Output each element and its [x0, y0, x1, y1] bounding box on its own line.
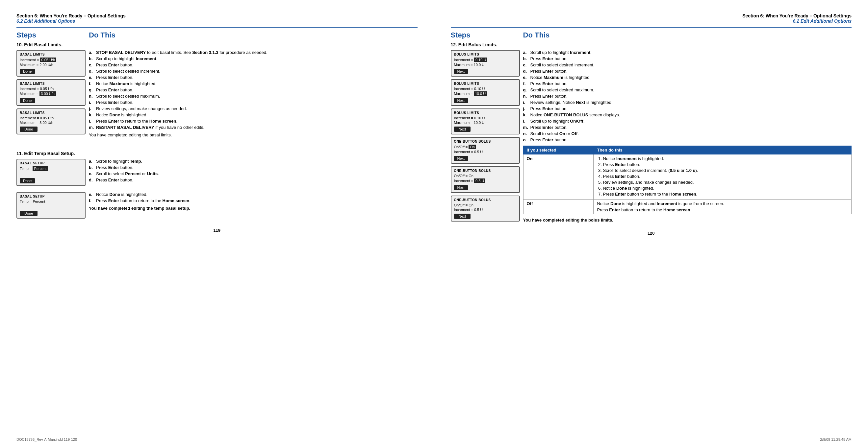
step-11-f: f.Press Enter button to return to the Ho… [89, 198, 417, 203]
step-11-d: d.Press Enter button. [89, 177, 417, 182]
bl-s1-next: Next [454, 69, 468, 74]
table-action-off: Notice Done is highlighted and Increment… [594, 200, 851, 214]
left-columns-header: Steps Do This [17, 31, 417, 39]
right-divider [451, 27, 852, 28]
step-11-list-b: e.Notice Done is highlighted. f.Press En… [89, 192, 417, 203]
step-10-e: e.Press Enter button. [89, 75, 417, 80]
basal-limits-screen-2: BASAL LIMITS Increment = 0.05 U/h Maximu… [17, 79, 86, 106]
bl-s2-title: BOLUS LIMITS [454, 82, 517, 85]
divider-step10-11 [17, 146, 417, 146]
left-page-number: 119 [17, 228, 417, 233]
step-11-e: e.Notice Done is highlighted. [89, 192, 417, 197]
step-12-h: h.Press Enter button. [523, 94, 852, 99]
one-button-bolus-screen-1: ONE-BUTTON BOLUS On/Off = On Increment =… [451, 137, 520, 164]
bolus-limits-screen-3: BOLUS LIMITS Increment = 0.10 U Maximum … [451, 108, 520, 134]
step-10-m: m.RESTART BASAL DELIVERY if you have no … [89, 125, 417, 130]
bs-screen-1-row1: Temp = Percent [20, 166, 82, 171]
table-row-on: On Notice Increment is highlighted. Pres… [523, 154, 851, 200]
on-steps-list: Notice Increment is highlighted. Press E… [597, 156, 848, 197]
right-header-section: Section 6: When You're Ready – Optional … [451, 13, 852, 19]
right-steps-label: Steps [451, 31, 523, 39]
one-button-bolus-screen-3: ONE-BUTTON BOLUS On/Off = On Increment =… [451, 196, 520, 221]
step-12-a: a.Scroll up to highlight Increment. [523, 50, 852, 55]
right-page-number: 120 [451, 231, 852, 236]
bl-s2-max-h: 10.0 U [474, 91, 487, 96]
step-12-m: m.Press Enter button. [523, 125, 852, 130]
left-header: Section 6: When You're Ready – Optional … [17, 13, 417, 24]
bolus-limits-screen-1: BOLUS LIMITS Increment = 0.10 U Maximum … [451, 50, 520, 77]
step-12-b: b.Press Enter button. [523, 56, 852, 61]
bs-screen-1-title: BASAL SETUP [20, 161, 82, 165]
bs-screen-2-done: Done [20, 211, 37, 216]
step-11-images: BASAL SETUP Temp = Percent Done [17, 159, 86, 189]
obb-s2-inc-h: 0.5 U [474, 178, 485, 183]
bs-screen-1-done: Done [20, 178, 35, 183]
obb-s1-on-h: On [469, 145, 476, 149]
step-12-block: 12. Edit Bolus Limits. BOLUS LIMITS Incr… [451, 42, 852, 224]
screen-1-row2: Maximum = 2.00 U/h [20, 63, 82, 67]
left-header-subsection: 6.2 Edit Additional Options [17, 19, 417, 24]
step-10-list: a.STOP BASAL DELIVERY to edit basal limi… [89, 50, 417, 130]
basal-setup-screen-2: BASAL SETUP Temp = Percent Done [17, 192, 86, 218]
step-10-images: BASAL LIMITS Increment = 0.05 U/h Maximu… [17, 50, 86, 140]
right-header: Section 6: When You're Ready – Optional … [451, 13, 852, 24]
screen-1-highlight: 0.05 U/h [40, 58, 56, 62]
right-footer: 2/9/09 11:29:45 AM [820, 438, 851, 441]
screen-3-done-dark: Done [20, 127, 37, 132]
step-12-g: g.Scroll to select desired maximum. [523, 88, 852, 92]
step-11-instructions-b: e.Notice Done is highlighted. f.Press En… [89, 192, 417, 221]
step-12-d: d.Press Enter button. [523, 69, 852, 74]
step-12-l: l.Scroll up to highlight On/Off. [523, 119, 852, 124]
screen-2-row2: Maximum = 3.00 U/h [20, 91, 82, 96]
step-11-b: b.Press Enter button. [89, 165, 417, 170]
obb-s2-title: ONE-BUTTON BOLUS [454, 169, 517, 173]
bl-s1-title: BOLUS LIMITS [454, 53, 517, 56]
step-11-instructions-a: a.Scroll to highlight Temp. b.Press Ente… [89, 159, 417, 189]
obb-s1-title: ONE-BUTTON BOLUS [454, 140, 517, 143]
step-10-title: 10. Edit Basal Limits. [17, 42, 417, 47]
one-button-bolus-screen-2: ONE-BUTTON BOLUS On/Off = On Increment =… [451, 166, 520, 193]
obb-s1-row1: On/Off = On [454, 145, 517, 149]
screen-2-done: Done [20, 98, 35, 103]
on-step-2: Press Enter button. [603, 162, 848, 167]
bl-s2-next: Next [454, 98, 468, 103]
bl-s3-title: BOLUS LIMITS [454, 111, 517, 115]
obb-s3-title: ONE-BUTTON BOLUS [454, 198, 517, 202]
screen-3-row2: Maximum = 3.00 U/h [20, 120, 82, 125]
step-12-n: n.Scroll to select On or Off. [523, 131, 852, 136]
on-step-7: Press Enter button to return to the Home… [603, 192, 848, 197]
on-step-3: Scroll to select desired increment. (0.5… [603, 168, 848, 173]
screen-2-title: BASAL LIMITS [20, 82, 82, 85]
step-11-list-a: a.Scroll to highlight Temp. b.Press Ente… [89, 159, 417, 182]
step-10-note: You have completed editing the basal lim… [89, 133, 417, 137]
step-12-i: i.Review settings. Notice Next is highli… [523, 100, 852, 105]
obb-s2-next: Next [454, 185, 468, 190]
step-12-images: BOLUS LIMITS Increment = 0.10 U Maximum … [451, 50, 520, 224]
right-header-subsection: 6.2 Edit Additional Options [451, 19, 852, 24]
step-11-images-b: BASAL SETUP Temp = Percent Done [17, 192, 86, 221]
step-10-h: h.Scroll to select desired maximum. [89, 94, 417, 99]
left-steps-label: Steps [17, 31, 89, 39]
basal-setup-screen-1: BASAL SETUP Temp = Percent Done [17, 159, 86, 186]
left-header-section: Section 6: When You're Ready – Optional … [17, 13, 417, 19]
step-10-f: f.Notice Maximum is highlighted. [89, 81, 417, 86]
table-action-on: Notice Increment is highlighted. Press E… [594, 154, 851, 200]
table-row-off: Off Notice Done is highlighted and Incre… [523, 200, 851, 214]
step-12-o: o.Press Enter button. [523, 137, 852, 142]
obb-s1-next: Next [454, 156, 468, 161]
step-12-e: e.Notice Maximum is highlighted. [523, 75, 852, 80]
bl-s1-inc-h: 0.10 U [474, 58, 487, 62]
table-condition-off: Off [523, 200, 594, 214]
screen-1-row1: Increment = 0.05 U/h [20, 58, 82, 62]
step-10-l: l.Press Enter to return to the Home scre… [89, 119, 417, 124]
on-step-6: Notice Done is highlighted. [603, 186, 848, 191]
obb-s3-row2: Increment = 0.5 U [454, 208, 517, 212]
table-header-condition: If you selected [523, 146, 594, 154]
screen-1-done: Done [20, 69, 35, 74]
left-divider [17, 27, 417, 28]
screen-3-title: BASAL LIMITS [20, 111, 82, 115]
screen-3-row1: Increment = 0.05 U/h [20, 116, 82, 120]
obb-s2-row1: On/Off = On [454, 174, 517, 178]
bs-screen-1-percent: Percent [33, 166, 48, 171]
decision-table: If you selected Then do this On Notice I… [523, 146, 852, 214]
